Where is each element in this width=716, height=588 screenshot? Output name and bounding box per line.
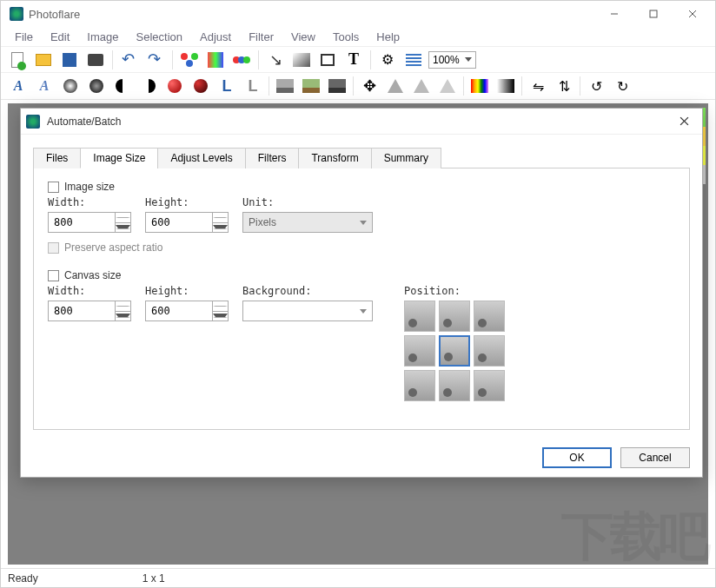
- image-height-spinner[interactable]: [145, 212, 229, 233]
- spin-down-icon[interactable]: [116, 223, 130, 233]
- image-width-input[interactable]: [49, 213, 115, 232]
- spin-down-icon[interactable]: [213, 312, 228, 321]
- tab-transform[interactable]: Transform: [298, 148, 371, 168]
- unit-combo[interactable]: Pixels: [242, 212, 373, 233]
- rotate-ccw-button[interactable]: ↺: [584, 74, 608, 98]
- image-width-spinner[interactable]: [48, 212, 131, 233]
- position-middle-right[interactable]: [474, 335, 505, 367]
- contrast-up-button[interactable]: [110, 74, 135, 98]
- svg-rect-1: [650, 10, 657, 17]
- image-height-label: Height:: [145, 196, 229, 208]
- minimize-button[interactable]: [594, 1, 633, 27]
- position-top-right[interactable]: [474, 301, 505, 332]
- menu-image[interactable]: Image: [80, 29, 125, 45]
- canvas-width-spinner[interactable]: [48, 301, 131, 321]
- undo-button[interactable]: [118, 49, 141, 71]
- spin-down-icon[interactable]: [213, 223, 228, 233]
- status-size: 1 x 1: [143, 572, 165, 585]
- menu-edit[interactable]: Edit: [43, 29, 76, 45]
- position-top-center[interactable]: [439, 301, 470, 332]
- grey-gradient-button[interactable]: [494, 74, 518, 98]
- spin-up-icon[interactable]: [213, 213, 228, 223]
- zoom-combo[interactable]: 100%: [428, 51, 476, 69]
- ok-label: OK: [569, 452, 584, 464]
- preserve-aspect-label: Preserve aspect ratio: [64, 241, 162, 254]
- background-label: Background:: [242, 285, 373, 297]
- menu-adjust[interactable]: Adjust: [193, 29, 238, 45]
- position-label: Position:: [404, 285, 505, 297]
- spin-up-icon[interactable]: [213, 301, 228, 312]
- menu-help[interactable]: Help: [369, 29, 407, 45]
- new-button[interactable]: [6, 49, 29, 71]
- menu-view[interactable]: View: [284, 29, 322, 45]
- contrast-down-button[interactable]: [136, 74, 161, 98]
- position-middle-left[interactable]: [404, 335, 435, 367]
- canvas-width-input[interactable]: [49, 301, 115, 320]
- rgb-channels-button[interactable]: [178, 49, 201, 71]
- l-blue-button[interactable]: L: [215, 74, 239, 98]
- image-size-checkbox[interactable]: [48, 182, 59, 193]
- save-button[interactable]: [58, 49, 81, 71]
- l-grey-button[interactable]: L: [241, 74, 265, 98]
- spin-up-icon[interactable]: [116, 213, 130, 223]
- canvas-size-checkbox[interactable]: [48, 270, 59, 281]
- brightness-up-button[interactable]: [58, 74, 83, 98]
- italic-a-blue-button[interactable]: A: [6, 74, 30, 98]
- italic-a-outline-button[interactable]: A: [32, 74, 56, 98]
- background-combo[interactable]: [242, 301, 373, 321]
- histogram-dark-button[interactable]: [325, 74, 349, 98]
- spin-down-icon[interactable]: [116, 312, 130, 321]
- arrow-tool-button[interactable]: ↘: [264, 49, 287, 71]
- tab-filters[interactable]: Filters: [245, 148, 300, 168]
- triangle-1-button[interactable]: [383, 74, 408, 98]
- rainbow-gradient-button[interactable]: [467, 74, 492, 98]
- tab-adjust-levels[interactable]: Adjust Levels: [157, 148, 245, 168]
- move-button[interactable]: ✥: [357, 74, 381, 98]
- triangle-3-button[interactable]: [435, 74, 460, 98]
- maximize-button[interactable]: [633, 1, 673, 27]
- menu-filter[interactable]: Filter: [242, 29, 281, 45]
- settings-button[interactable]: ⚙: [376, 49, 399, 71]
- color-mixer-button[interactable]: [230, 49, 253, 71]
- flip-h-button[interactable]: ⇋: [526, 74, 550, 98]
- canvas-height-input[interactable]: [146, 301, 212, 320]
- position-bottom-left[interactable]: [404, 370, 435, 401]
- selection-button[interactable]: [316, 49, 339, 71]
- close-button[interactable]: [673, 1, 712, 27]
- image-height-input[interactable]: [146, 213, 212, 232]
- menu-selection[interactable]: Selection: [129, 29, 189, 45]
- rotate-cw-button[interactable]: ↻: [610, 74, 634, 98]
- menu-tools[interactable]: Tools: [326, 29, 366, 45]
- palette-button[interactable]: [204, 49, 227, 71]
- text-tool-button[interactable]: T: [342, 49, 365, 71]
- red-ball-button[interactable]: [162, 74, 187, 98]
- tab-summary[interactable]: Summary: [371, 148, 441, 168]
- flip-v-button[interactable]: ⇅: [552, 74, 576, 98]
- tab-image-size[interactable]: Image Size: [80, 148, 158, 168]
- dark-ball-button[interactable]: [189, 74, 213, 98]
- position-top-left[interactable]: [404, 301, 435, 332]
- redo-button[interactable]: [144, 49, 167, 71]
- dialog-title: Automate/Batch: [47, 116, 121, 128]
- brightness-down-button[interactable]: [84, 74, 109, 98]
- dialog-icon: [26, 115, 40, 129]
- print-button[interactable]: [84, 49, 107, 71]
- menu-file[interactable]: File: [8, 29, 40, 45]
- list-button[interactable]: [402, 49, 425, 71]
- position-middle-center[interactable]: [439, 335, 470, 367]
- histogram-color-button[interactable]: [299, 74, 323, 98]
- preserve-aspect-checkbox[interactable]: [48, 242, 59, 254]
- cancel-label: Cancel: [639, 452, 671, 464]
- open-button[interactable]: [32, 49, 55, 71]
- canvas-height-spinner[interactable]: [145, 301, 229, 321]
- dialog-close-button[interactable]: [671, 109, 697, 135]
- position-bottom-center[interactable]: [439, 370, 470, 401]
- ok-button[interactable]: OK: [542, 447, 612, 468]
- tab-files[interactable]: Files: [33, 148, 81, 168]
- gradient-rect-button[interactable]: [290, 49, 313, 71]
- triangle-2-button[interactable]: [409, 74, 434, 98]
- spin-up-icon[interactable]: [116, 301, 130, 312]
- position-bottom-right[interactable]: [474, 370, 505, 401]
- cancel-button[interactable]: Cancel: [620, 447, 690, 468]
- histogram-grey-button[interactable]: [273, 74, 297, 98]
